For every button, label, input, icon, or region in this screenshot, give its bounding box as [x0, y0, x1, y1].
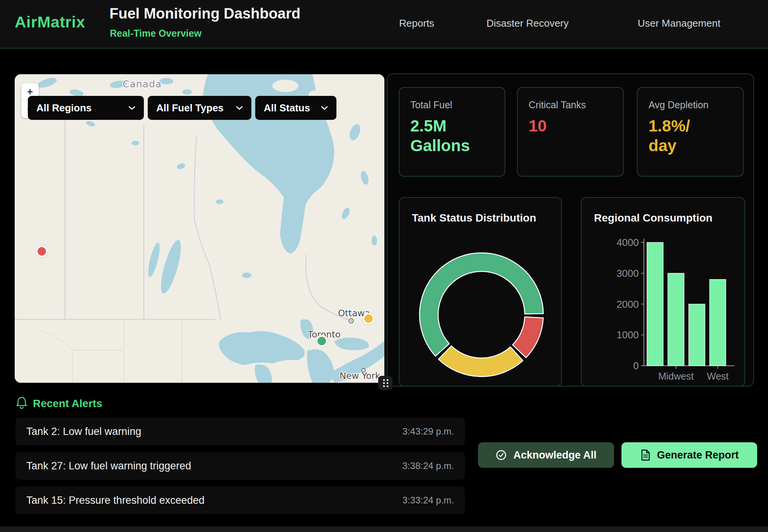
- bar-0: [647, 242, 663, 366]
- alert-text: Tank 2: Low fuel warning: [26, 426, 141, 438]
- generate-report-button[interactable]: Generate Report: [621, 442, 757, 468]
- generate-report-label: Generate Report: [657, 449, 739, 461]
- alert-row[interactable]: Tank 15: Pressure threshold exceeded 3:3…: [15, 486, 465, 514]
- page-title: Fuel Monitoring Dashboard: [109, 5, 300, 22]
- stat-value: 1.8%/ day: [649, 116, 732, 155]
- map-label-canada: Canada: [123, 78, 162, 90]
- y-tick-label: 0: [633, 360, 639, 372]
- circle-check-icon: [495, 449, 507, 461]
- recent-alerts-title: Recent Alerts: [33, 397, 102, 410]
- chevron-down-icon: [128, 106, 135, 110]
- stat-label: Avg Depletion: [649, 99, 732, 111]
- nav-user-management[interactable]: User Management: [638, 17, 720, 29]
- bottom-strip: [0, 527, 768, 532]
- tank-marker-warning[interactable]: [363, 313, 374, 324]
- tank-marker-critical[interactable]: [36, 246, 48, 257]
- stat-label: Total Fuel: [410, 99, 494, 111]
- chevron-down-icon: [236, 106, 243, 110]
- header: AirMatrix Fuel Monitoring Dashboard Real…: [0, 0, 768, 49]
- overview-panel: Total Fuel 2.5M Gallons Critical Tanks 1…: [387, 73, 754, 387]
- bar-2: [689, 304, 705, 366]
- bar-3: [710, 280, 726, 366]
- region-filter-value: All Regions: [36, 102, 92, 114]
- alert-row[interactable]: Tank 2: Low fuel warning 3:43:29 p.m.: [15, 418, 465, 445]
- tank-status-donut-chart: [416, 249, 547, 380]
- y-tick-label: 4000: [616, 237, 639, 248]
- stat-card-critical-tanks: Critical Tanks 10: [517, 87, 624, 177]
- fuel-monitoring-dashboard: AirMatrix Fuel Monitoring Dashboard Real…: [0, 0, 768, 532]
- acknowledge-all-label: Acknowledge All: [513, 449, 596, 461]
- bell-icon: [15, 396, 28, 410]
- tank-marker-normal[interactable]: [316, 335, 328, 347]
- acknowledge-all-button[interactable]: Acknowledge All: [478, 442, 614, 468]
- donut-segment-warning: [439, 346, 523, 377]
- alert-time: 3:38:24 p.m.: [403, 460, 454, 471]
- fuel-map[interactable]: Canada Ottawa Toronto New York All Regio…: [15, 74, 384, 383]
- donut-segment-critical: [513, 317, 543, 358]
- stat-label: Critical Tanks: [529, 99, 612, 111]
- drag-dots-icon: [381, 378, 390, 388]
- alert-time: 3:33:24 p.m.: [403, 495, 454, 506]
- nav-disaster-recovery[interactable]: Disaster Recovery: [486, 17, 568, 29]
- y-tick-label: 2000: [616, 298, 639, 310]
- stat-value: 2.5M Gallons: [410, 116, 494, 155]
- x-tick-label: West: [707, 371, 729, 382]
- alert-time: 3:43:29 p.m.: [403, 426, 454, 437]
- map-label-new-york: New York: [340, 371, 381, 381]
- nav-reports[interactable]: Reports: [399, 17, 434, 29]
- map-canvas: Canada Ottawa Toronto New York: [15, 74, 384, 383]
- stat-card-total-fuel: Total Fuel 2.5M Gallons: [399, 87, 505, 177]
- tank-status-chart-card: Tank Status Distribution: [399, 197, 562, 387]
- fuel-type-filter-select[interactable]: All Fuel Types: [148, 96, 251, 120]
- status-filter-value: All Status: [264, 102, 310, 114]
- region-filter-select[interactable]: All Regions: [28, 96, 144, 120]
- y-tick-label: 1000: [616, 329, 639, 341]
- alert-text: Tank 27: Low fuel warning triggered: [26, 460, 191, 472]
- alert-text: Tank 15: Pressure threshold exceeded: [26, 494, 205, 506]
- regional-consumption-bar-chart: 01000200030004000MidwestWest: [582, 198, 746, 386]
- chart-title: Tank Status Distribution: [412, 212, 536, 224]
- fuel-type-filter-value: All Fuel Types: [156, 102, 224, 114]
- alert-row[interactable]: Tank 27: Low fuel warning triggered 3:38…: [15, 452, 465, 480]
- status-filter-select[interactable]: All Status: [255, 96, 336, 120]
- bar-1: [668, 273, 684, 366]
- stat-value: 10: [529, 116, 612, 136]
- regional-consumption-chart-card: Regional Consumption 01000200030004000Mi…: [581, 197, 745, 387]
- chevron-down-icon: [321, 106, 328, 110]
- y-tick-label: 3000: [616, 268, 639, 279]
- drag-handle[interactable]: [378, 376, 393, 390]
- x-tick-label: Midwest: [658, 371, 694, 382]
- map-filter-bar: All Regions All Fuel Types All Status: [28, 96, 336, 120]
- stat-card-avg-depletion: Avg Depletion 1.8%/ day: [637, 87, 744, 177]
- app-logo: AirMatrix: [15, 13, 85, 31]
- page-subtitle: Real-Time Overview: [110, 28, 201, 39]
- report-document-icon: [640, 449, 651, 461]
